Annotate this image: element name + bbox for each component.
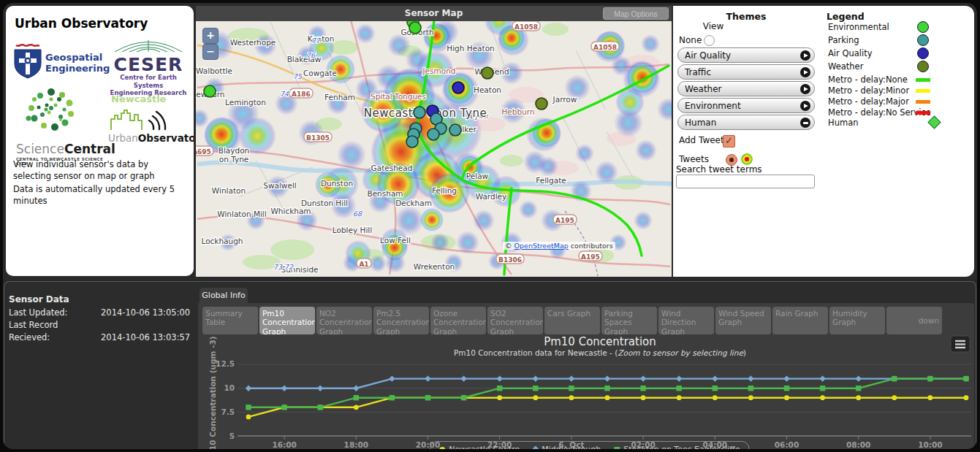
map-options-button[interactable]: Map Options bbox=[603, 7, 669, 20]
tab-no2-concentration-graph[interactable]: NO2 Concentration Graph bbox=[316, 307, 372, 334]
last-updated-label: Last Updated: bbox=[9, 307, 101, 319]
theme-accordion-environment[interactable]: Environment bbox=[677, 98, 815, 113]
legend-circle-swatch bbox=[917, 34, 929, 46]
none-radio[interactable] bbox=[704, 35, 715, 46]
sensor-marker-parking[interactable] bbox=[449, 124, 461, 136]
accordion-expand-icon[interactable] bbox=[800, 84, 810, 94]
ceser-acronym: CESER bbox=[107, 55, 190, 74]
accordion-expand-icon[interactable] bbox=[800, 50, 810, 61]
theme-accordion-human[interactable]: Human bbox=[677, 115, 815, 130]
map-place-label: Hebburn bbox=[501, 107, 534, 116]
map-place-label: Deckham bbox=[395, 199, 432, 207]
search-tweets-label: Search tweet terms bbox=[676, 164, 762, 175]
chart-legend-item[interactable]: Stockton on Tees Eaglescliffe bbox=[614, 445, 740, 449]
svg-text:A1058: A1058 bbox=[593, 44, 617, 51]
add-tweets-checkbox[interactable]: ✓ bbox=[723, 135, 735, 148]
sensor-data-panel: Sensor Data Last Updated:2014-10-06 13:0… bbox=[4, 281, 976, 449]
road-badge: A1058 bbox=[591, 42, 619, 51]
map-zoom-out-button[interactable]: − bbox=[202, 44, 219, 60]
search-tweets-input[interactable] bbox=[676, 175, 815, 188]
sensor-marker-parking[interactable] bbox=[428, 129, 439, 140]
tab-humidity-graph[interactable]: Humidity Graph bbox=[829, 307, 885, 334]
tab-pm2-5-concentration-graph[interactable]: Pm2.5 Concentration Graph bbox=[373, 307, 429, 334]
accordion-label: Traffic bbox=[685, 67, 711, 77]
info-text-2: Data is automatically updated every 5 mi… bbox=[13, 184, 189, 207]
tab-pm10-concentration-graph[interactable]: Pm10 Concentration Graph bbox=[259, 307, 315, 334]
map-place-label: Whickham bbox=[270, 207, 311, 215]
map-place-label: Spital Tongues bbox=[371, 92, 426, 101]
road-badge: B1306 bbox=[496, 254, 524, 264]
theme-accordion-weather[interactable]: Weather bbox=[677, 81, 815, 96]
themes-legend-panel: Themes View None Air QualityTrafficWeath… bbox=[673, 6, 974, 277]
svg-text:A195: A195 bbox=[581, 253, 600, 261]
road-badge: A695 bbox=[196, 146, 213, 156]
sensor-marker-environmental[interactable] bbox=[409, 22, 421, 34]
svg-text:08:00: 08:00 bbox=[846, 440, 870, 449]
chart-legend-item[interactable]: Middlesbrough bbox=[533, 445, 601, 449]
svg-text:75: 75 bbox=[293, 72, 303, 80]
map-place-label: Fenham bbox=[324, 93, 355, 101]
map-canvas[interactable]: A1058A1058A186B1305A695A195A195B1306A1 W… bbox=[196, 21, 672, 277]
tab-rain-graph[interactable]: Rain Graph bbox=[772, 307, 828, 334]
theme-accordion-air-quality[interactable]: Air Quality bbox=[677, 47, 815, 63]
svg-text:A186: A186 bbox=[292, 91, 311, 98]
map-place-label: Winlaton Mill bbox=[217, 210, 266, 218]
svg-text:5: 5 bbox=[229, 432, 235, 440]
tab-wind-speed-graph[interactable]: Wind Speed Graph bbox=[715, 307, 771, 334]
osm-link[interactable]: OpenStreetMap bbox=[514, 242, 569, 250]
tab-ozone-concentration-graph[interactable]: Ozone Concentration Graph bbox=[430, 307, 486, 334]
accordion-label: Environment bbox=[685, 101, 741, 111]
tweets-heatmap-radio[interactable] bbox=[741, 153, 753, 165]
legend-circle-swatch bbox=[917, 21, 929, 33]
tab-so2-concentration-graph[interactable]: SO2 Concentration Graph bbox=[487, 307, 543, 334]
sensor-marker-environmental[interactable] bbox=[204, 85, 216, 97]
svg-text:73: 73 bbox=[273, 263, 283, 271]
map-place-label: Wardley bbox=[476, 192, 507, 201]
legend-line-swatch bbox=[916, 111, 930, 115]
map-place-label: Dunston bbox=[321, 179, 353, 188]
series-line-stockton-on-tees-eaglescliffe[interactable] bbox=[248, 379, 966, 407]
accordion-collapse-icon[interactable] bbox=[800, 118, 810, 128]
map-place-label: Westerhope bbox=[230, 38, 276, 47]
legend-title: Legend bbox=[827, 11, 865, 22]
legend-circle-swatch bbox=[917, 47, 929, 59]
sensor-data-block: Sensor Data Last Updated:2014-10-06 13:0… bbox=[9, 294, 190, 343]
tab-parking-spaces-graph[interactable]: Parking Spaces Graph bbox=[601, 307, 657, 334]
tab-wind-direction-graph[interactable]: Wind Direction Graph bbox=[658, 307, 714, 334]
map-place-label: Blaydon bbox=[219, 146, 250, 155]
science-central-starburst-icon bbox=[16, 79, 86, 140]
sensor-marker-weather[interactable] bbox=[536, 98, 547, 110]
theme-accordion-traffic[interactable]: Traffic bbox=[677, 64, 815, 80]
accordion-expand-icon[interactable] bbox=[800, 67, 810, 77]
map-place-label: High Heaton bbox=[447, 44, 494, 53]
tab-cars-graph[interactable]: Cars Graph bbox=[544, 307, 600, 334]
ceser-arches-icon bbox=[110, 39, 186, 53]
none-label: None bbox=[679, 35, 702, 45]
last-record-label: Last Record Recieved: bbox=[9, 319, 101, 343]
sensor-marker-parking[interactable] bbox=[406, 136, 418, 148]
map-place-label: Heaton bbox=[474, 85, 501, 94]
legend-circle-swatch bbox=[917, 61, 929, 72]
map-place-label: Felling bbox=[432, 186, 457, 195]
tab-global-info[interactable]: Global Info bbox=[200, 288, 248, 303]
map-svg[interactable]: A1058A1058A186B1305A695A195A195B1306A1 W… bbox=[196, 21, 672, 277]
svg-text:A695: A695 bbox=[196, 148, 211, 156]
sensor-marker-weather[interactable] bbox=[482, 67, 493, 79]
tab-summary-table[interactable]: Summary Table bbox=[202, 307, 258, 334]
chart-subtitle: Pm10 Concentration data for Newcastle - … bbox=[454, 348, 746, 358]
tweets-label: Tweets bbox=[679, 154, 709, 164]
map-place-label: Pelaw bbox=[466, 172, 489, 180]
sensor-marker-air_quality[interactable] bbox=[452, 82, 464, 93]
map-zoom-in-button[interactable]: + bbox=[202, 28, 219, 44]
sensor-marker-parking[interactable] bbox=[414, 107, 425, 118]
chart-menu-button[interactable] bbox=[951, 336, 970, 352]
legend-item: Metro - delay:Minor bbox=[828, 85, 909, 97]
svg-text:B1306: B1306 bbox=[498, 256, 522, 264]
accordion-expand-icon[interactable] bbox=[800, 101, 810, 111]
chart-legend-item[interactable]: Newcastle Centre bbox=[439, 445, 520, 449]
road-badge: A186 bbox=[289, 88, 313, 98]
last-record-value: 2014-10-06 13:03:57 bbox=[101, 332, 190, 342]
themes-title: Themes bbox=[677, 11, 815, 22]
map-place-label: Dunston Hill bbox=[301, 199, 348, 207]
tab-down[interactable]: down bbox=[886, 307, 942, 334]
